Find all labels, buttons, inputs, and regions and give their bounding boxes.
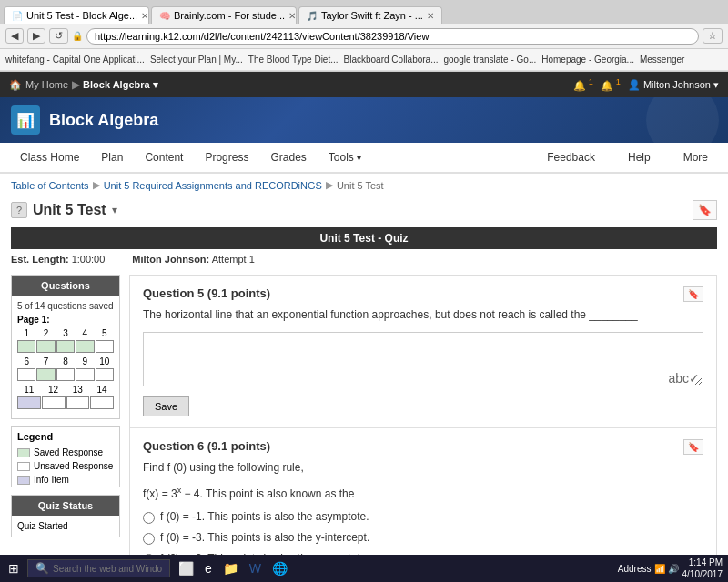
site-breadcrumb: 🏠 My Home ▶ Block Algebra ▾ xyxy=(9,79,158,91)
bookmark-4[interactable]: Blackboard Collabora... xyxy=(344,55,439,65)
q6-option-a: f (0) = -1. This points is also the asym… xyxy=(143,510,703,524)
q-icon-4[interactable] xyxy=(76,340,94,353)
site-top-bar: 🏠 My Home ▶ Block Algebra ▾ 🔔 1 🔔 1 👤 Mi… xyxy=(0,72,728,97)
sys-icons: Address 📶 🔊 xyxy=(618,564,679,574)
q6-radio-b[interactable] xyxy=(143,533,155,545)
legend-saved-icon xyxy=(17,448,30,457)
breadcrumb-current: Unit 5 Test xyxy=(337,180,384,191)
q5-title: Question 5 (9.1 points) xyxy=(143,286,703,300)
breadcrumb-unit5-required[interactable]: Unit 5 Required Assignments and RECORDiN… xyxy=(104,180,322,191)
q-icon-9[interactable] xyxy=(76,368,94,381)
taskbar-search-box[interactable]: 🔍 xyxy=(27,559,170,577)
tab-3-close[interactable]: ✕ xyxy=(427,11,434,21)
q-icon-14[interactable] xyxy=(90,396,114,409)
url-input[interactable] xyxy=(86,28,699,45)
tab-bar: 📄 Unit 5 Test - Block Alge... ✕ 🧠 Brainl… xyxy=(0,0,728,24)
task-view-icon[interactable]: ⬜ xyxy=(176,561,197,576)
bookmark-5[interactable]: google translate - Go... xyxy=(444,55,537,65)
quiz-meta: Est. Length: 1:00:00 Milton Johnson: Att… xyxy=(0,249,728,269)
legend-info: Info Item xyxy=(12,473,119,487)
q-icon-11[interactable] xyxy=(17,396,41,409)
chrome-icon[interactable]: 🌐 xyxy=(269,561,290,576)
q-icon-5[interactable] xyxy=(96,340,114,353)
user-menu[interactable]: 👤 Milton Johnson ▾ xyxy=(628,79,719,91)
course-title: Block Algebra xyxy=(49,111,158,130)
questions-panel: Questions 5 of 14 questions saved Page 1… xyxy=(11,275,120,419)
tab-1-close[interactable]: ✕ xyxy=(141,11,148,21)
nav-tools[interactable]: Tools xyxy=(318,144,372,173)
browser-chrome: 📄 Unit 5 Test - Block Alge... ✕ 🧠 Brainl… xyxy=(0,0,728,72)
tab-2-close[interactable]: ✕ xyxy=(288,11,296,21)
page-bookmark-icon[interactable]: 🔖 xyxy=(693,200,717,220)
spell-check-icon: abc✓ xyxy=(668,371,700,386)
q5-bookmark[interactable]: 🔖 xyxy=(683,286,703,302)
tab-2[interactable]: 🧠 Brainly.com - For stude... ✕ xyxy=(151,6,297,24)
q-num-5: 5 xyxy=(96,328,114,338)
page-title-dropdown[interactable]: ▾ xyxy=(112,204,117,216)
attempt-info: Milton Johnson: Attempt 1 xyxy=(132,254,254,265)
course-breadcrumb[interactable]: Block Algebra ▾ xyxy=(83,79,158,91)
nav-more[interactable]: More xyxy=(672,144,719,173)
notification-icon-2[interactable]: 🔔 1 xyxy=(601,77,621,92)
breadcrumb-table-of-contents[interactable]: Table of Contents xyxy=(11,180,89,191)
bookmark-6[interactable]: Homepage - Georgia... xyxy=(541,55,634,65)
edge-icon[interactable]: e xyxy=(202,561,215,576)
bookmark-star[interactable]: ☆ xyxy=(703,28,723,44)
q5-answer-input[interactable] xyxy=(143,332,703,386)
nav-class-home[interactable]: Class Home xyxy=(9,144,90,173)
word-icon[interactable]: W xyxy=(247,561,264,576)
q-num-9: 9 xyxy=(76,356,94,366)
back-button[interactable]: ◀ xyxy=(5,28,24,44)
q-num-1: 1 xyxy=(17,328,35,338)
taskbar-left: ⊞ 🔍 ⬜ e 📁 W 🌐 xyxy=(5,559,290,577)
forward-button[interactable]: ▶ xyxy=(27,28,46,44)
taskbar-search-input[interactable] xyxy=(53,564,162,574)
reload-button[interactable]: ↺ xyxy=(49,28,68,44)
q-icon-2[interactable] xyxy=(36,340,55,353)
nav-content[interactable]: Content xyxy=(134,144,194,173)
my-home-link[interactable]: 🏠 xyxy=(9,79,22,91)
nav-help[interactable]: Help xyxy=(617,144,662,173)
q-icon-13[interactable] xyxy=(66,396,90,409)
quiz-status-panel: Quiz Status Quiz Started xyxy=(11,495,120,537)
address-label: Address xyxy=(618,564,652,574)
nav-progress[interactable]: Progress xyxy=(194,144,259,173)
my-home-label[interactable]: My Home xyxy=(25,79,68,90)
q-num-8: 8 xyxy=(56,356,75,366)
q-icon-7[interactable] xyxy=(36,368,55,381)
q-icon-1[interactable] xyxy=(17,340,35,353)
nav-plan[interactable]: Plan xyxy=(90,144,134,173)
q-icon-10[interactable] xyxy=(96,368,114,381)
nav-feedback[interactable]: Feedback xyxy=(536,144,606,173)
bookmark-7[interactable]: Messenger xyxy=(640,55,684,65)
q-icon-12[interactable] xyxy=(42,396,66,409)
bookmark-3[interactable]: The Blood Type Diet... xyxy=(248,55,339,65)
q-num-12: 12 xyxy=(42,385,66,395)
quiz-status-value: Quiz Started xyxy=(12,516,119,537)
q5-save-button[interactable]: Save xyxy=(143,396,189,416)
q6-blank xyxy=(358,497,430,497)
file-explorer-icon[interactable]: 📁 xyxy=(220,561,241,576)
questions-panel-title: Questions xyxy=(12,276,119,296)
start-button[interactable]: ⊞ xyxy=(5,561,22,576)
nav-grades[interactable]: Grades xyxy=(259,144,317,173)
bookmark-2[interactable]: Select your Plan | My... xyxy=(150,55,243,65)
q-num-14: 14 xyxy=(90,385,114,395)
q-icon-3[interactable] xyxy=(56,340,75,353)
top-icons: 🔔 1 🔔 1 👤 Milton Johnson ▾ xyxy=(573,77,719,92)
network-icon[interactable]: 📶 xyxy=(654,564,665,574)
tab-1[interactable]: 📄 Unit 5 Test - Block Alge... ✕ xyxy=(4,6,149,24)
page-title-icon: ? xyxy=(11,202,27,218)
q-icon-6[interactable] xyxy=(17,368,35,381)
breadcrumb-sep1: ▶ xyxy=(72,79,79,91)
q6-radio-a[interactable] xyxy=(143,512,155,524)
q-icon-8[interactable] xyxy=(56,368,75,381)
speaker-icon[interactable]: 🔊 xyxy=(668,564,679,574)
sidebar: Questions 5 of 14 questions saved Page 1… xyxy=(11,275,120,582)
q6-bookmark[interactable]: 🔖 xyxy=(683,439,703,455)
tab-1-label: Unit 5 Test - Block Alge... xyxy=(26,10,137,21)
q6-intro: Find f (0) using the following rule, xyxy=(143,460,703,476)
bookmark-1[interactable]: whitefang - Capital One Applicati... xyxy=(5,55,145,65)
notification-icon-1[interactable]: 🔔 1 xyxy=(573,77,593,92)
tab-3[interactable]: 🎵 Taylor Swift ft Zayn - ... ✕ xyxy=(298,6,442,24)
